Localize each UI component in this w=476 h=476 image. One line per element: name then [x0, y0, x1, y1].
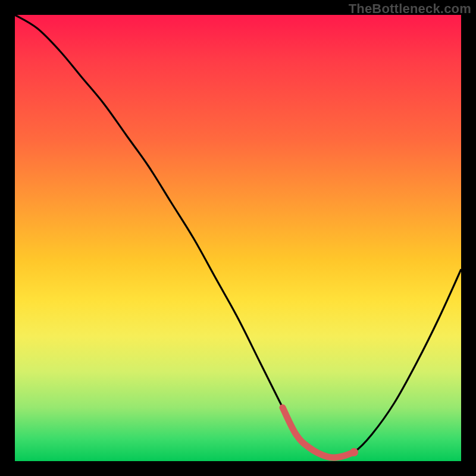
bottleneck-curve: [15, 15, 461, 458]
highlight-marker: [350, 448, 358, 456]
chart-frame: TheBottleneck.com: [0, 0, 476, 476]
curve-layer: [15, 15, 461, 461]
highlight-segment: [283, 408, 354, 458]
watermark-text: TheBottleneck.com: [349, 1, 471, 17]
